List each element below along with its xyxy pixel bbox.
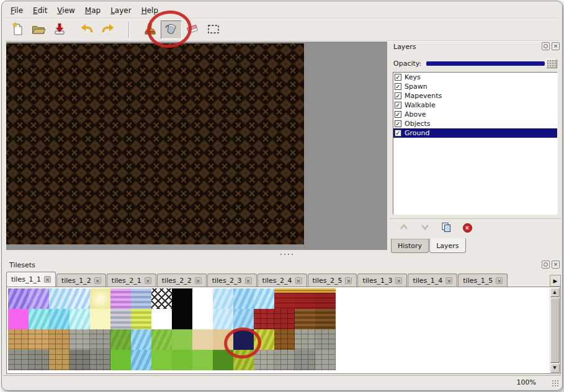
menu-map[interactable]: Map [80, 4, 105, 17]
tileset-tile[interactable] [172, 288, 192, 309]
tileset-tile[interactable] [172, 350, 192, 370]
tileset-tab-tiles_1_3[interactable]: tiles_1_3× [357, 274, 407, 287]
tileset-tile[interactable] [29, 309, 49, 329]
tileset-tile[interactable] [315, 350, 336, 370]
rollup-icon[interactable] [542, 42, 550, 50]
layer-row-walkable[interactable]: ✓Walkable [393, 100, 557, 110]
tileset-tile[interactable] [192, 329, 213, 350]
tileset-tile[interactable] [110, 288, 131, 309]
tileset-tile[interactable] [274, 288, 295, 309]
tileset-tile[interactable] [110, 309, 131, 329]
scroll-up-button[interactable]: ▲ [550, 288, 560, 297]
tileset-tile[interactable] [69, 309, 90, 329]
tileset-tile[interactable] [254, 329, 274, 350]
tileset-tile[interactable] [69, 288, 90, 309]
tileset-tile[interactable] [172, 329, 192, 350]
scroll-down-button[interactable]: ▼ [550, 363, 560, 373]
tileset-tile[interactable] [8, 309, 29, 329]
tileset-tile[interactable] [295, 329, 315, 350]
duplicate-layer-button[interactable] [439, 222, 453, 234]
tileset-tile[interactable] [274, 350, 295, 370]
tileset-tab-tiles_2_5[interactable]: tiles_2_5× [308, 274, 357, 287]
redo-button[interactable] [97, 20, 119, 39]
save-button[interactable] [49, 20, 70, 39]
tab-close-icon[interactable]: × [295, 277, 302, 284]
tileset-tile[interactable] [213, 309, 233, 329]
stamp-tool-button[interactable] [140, 20, 161, 39]
tileset-tile[interactable] [295, 288, 315, 309]
tileset-tile[interactable] [49, 288, 69, 309]
tileset-tile[interactable] [274, 309, 295, 329]
tileset-tile[interactable] [49, 329, 69, 350]
tileset-tab-tiles_2_2[interactable]: tiles_2_2× [157, 274, 207, 287]
tileset-tab-tiles_2_1[interactable]: tiles_2_1× [107, 274, 156, 287]
menu-view[interactable]: View [52, 4, 79, 17]
opacity-slider-handle[interactable] [546, 59, 557, 68]
menu-layer[interactable]: Layer [105, 4, 136, 17]
tab-close-icon[interactable]: × [44, 276, 51, 283]
tileset-tile[interactable] [213, 350, 233, 370]
eraser-tool-button[interactable] [182, 20, 203, 39]
tileset-tab-tiles_1_1[interactable]: tiles_1_1× [6, 272, 56, 287]
tab-close-icon[interactable]: × [145, 277, 151, 284]
tileset-tile[interactable] [295, 309, 315, 329]
undo-button[interactable] [76, 20, 97, 39]
layer-visible-checkbox[interactable]: ✓ [395, 120, 401, 127]
tileset-tile[interactable] [69, 350, 90, 370]
tileset-tile[interactable] [192, 350, 213, 370]
tileset-tab-tiles_2_3[interactable]: tiles_2_3× [207, 274, 257, 287]
tab-close-icon[interactable]: × [345, 277, 352, 284]
tab-close-icon[interactable]: × [496, 277, 503, 284]
layer-row-spawn[interactable]: ✓Spawn [393, 82, 557, 91]
layer-row-objects[interactable]: ✓Objects [393, 119, 557, 128]
tileset-tile[interactable] [29, 288, 49, 309]
tileset-scrollbar[interactable]: ▲ ▼ [550, 288, 560, 373]
layer-row-above[interactable]: ✓Above [393, 110, 557, 119]
tileset-tile[interactable] [274, 329, 295, 350]
panel-tab-history[interactable]: History [391, 239, 429, 253]
tileset-tile[interactable] [315, 309, 336, 329]
tileset-tile[interactable] [131, 288, 151, 309]
lower-layer-button[interactable] [418, 222, 432, 234]
tileset-tile[interactable] [151, 329, 172, 350]
panel-tab-layers[interactable]: Layers [429, 238, 465, 253]
tileset-tile[interactable] [29, 350, 49, 370]
tileset-tile[interactable] [8, 329, 29, 350]
raise-layer-button[interactable] [397, 222, 411, 234]
tileset-tile[interactable] [49, 350, 69, 370]
tileset-tile[interactable] [254, 309, 274, 329]
tileset-tile[interactable] [254, 350, 274, 370]
tileset-tile[interactable] [213, 288, 233, 309]
tab-close-icon[interactable]: × [395, 277, 402, 284]
layer-visible-checkbox[interactable]: ✓ [395, 111, 401, 118]
rollup-icon[interactable] [542, 261, 550, 269]
tileset-tab-tiles_1_2[interactable]: tiles_1_2× [56, 274, 106, 287]
tileset-tile-circled[interactable] [233, 329, 254, 350]
tileset-tile[interactable] [90, 329, 110, 350]
tileset-tile[interactable] [69, 329, 90, 350]
layer-visible-checkbox[interactable]: ✓ [395, 102, 401, 109]
tileset-tile[interactable] [254, 288, 274, 309]
fill-bucket-button[interactable] [161, 20, 182, 39]
tileset-tile[interactable] [49, 309, 69, 329]
tileset-tile[interactable] [213, 329, 233, 350]
close-icon[interactable]: × [552, 42, 560, 50]
layer-row-ground[interactable]: ✓Ground [393, 128, 557, 138]
delete-layer-button[interactable]: × [460, 222, 474, 234]
open-file-button[interactable] [28, 20, 49, 39]
tileset-tile[interactable] [90, 350, 110, 370]
tab-close-icon[interactable]: × [94, 277, 101, 284]
opacity-slider-track[interactable] [426, 61, 545, 66]
tileset-tile[interactable] [151, 350, 172, 370]
layer-visible-checkbox[interactable]: ✓ [395, 74, 401, 81]
tileset-tile[interactable] [8, 350, 29, 370]
tileset-tile[interactable] [233, 288, 254, 309]
tileset-tile[interactable] [295, 350, 315, 370]
tab-close-icon[interactable]: × [445, 277, 452, 284]
tileset-tile[interactable] [110, 350, 131, 370]
layer-visible-checkbox[interactable]: ✓ [395, 130, 401, 136]
tileset-tile[interactable] [315, 288, 336, 309]
tileset-tile[interactable] [315, 329, 336, 350]
tab-scroll-right-button[interactable]: ▶ [550, 275, 561, 287]
tileset-tile[interactable] [233, 309, 254, 329]
